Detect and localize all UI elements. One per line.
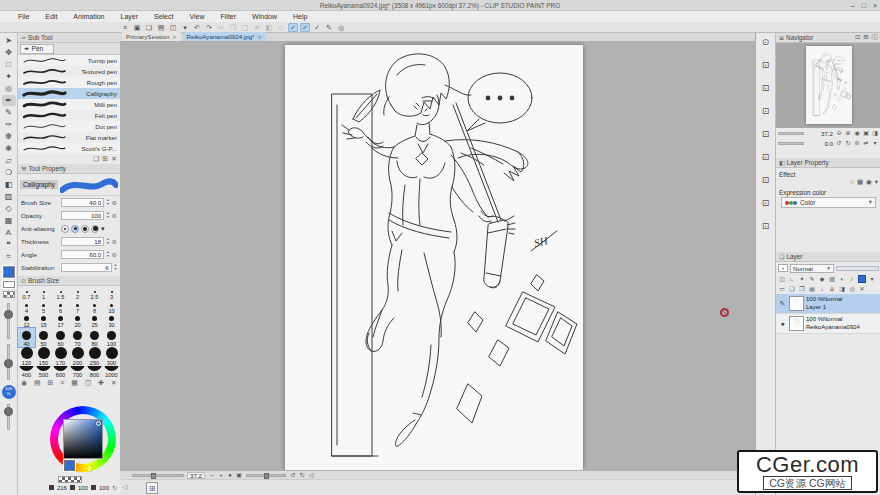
tool-property-panel-header[interactable]: ⚒ Tool Property <box>18 164 120 174</box>
navigator-zoom-slider[interactable] <box>778 132 804 135</box>
lock-layer-icon[interactable]: ◆ <box>818 275 826 283</box>
info-icon[interactable]: ⓘ <box>872 34 878 40</box>
brush-size-80[interactable]: 80 <box>86 328 103 347</box>
redo-icon[interactable]: ↷ <box>204 23 214 32</box>
brush-size-300[interactable]: 300 <box>103 347 120 366</box>
zoom-100-button[interactable]: ● <box>226 472 234 478</box>
flip-horizontal-icon[interactable]: ⇄ <box>862 139 870 147</box>
property-value[interactable]: 40.0 <box>61 198 104 207</box>
property-value[interactable]: 100 <box>61 211 104 220</box>
brush-size-100[interactable]: 100 <box>103 328 120 347</box>
gradient-tool-icon[interactable]: ▨ <box>2 191 16 202</box>
maximize-button[interactable]: □ <box>862 2 866 9</box>
brush-size-25[interactable]: 25 <box>86 314 103 328</box>
material-3d-icon[interactable]: ⊡ <box>759 151 773 163</box>
brush-size-7[interactable]: 7 <box>69 300 86 314</box>
palette-dock-toggle-icon[interactable]: ▣ <box>132 23 142 32</box>
property-settings-icon[interactable]: ⚙ <box>112 239 117 245</box>
frame-border-tool-icon[interactable]: ▦ <box>2 215 16 226</box>
color-reset-icon[interactable]: ↻ <box>112 484 117 491</box>
draft-layer-icon[interactable]: ✎ <box>808 275 816 283</box>
blend-mode-dropdown[interactable]: Normal ▼ <box>790 264 834 273</box>
layer-panel-header[interactable]: ❏ Layer <box>776 252 880 262</box>
brush-size-10[interactable]: 10 <box>103 300 120 314</box>
fit-to-width-icon[interactable]: ◨ <box>871 129 879 137</box>
brush-size-1.5[interactable]: 1.5 <box>52 286 69 300</box>
snap-to-grid-icon[interactable]: ✓ <box>312 23 322 32</box>
copy-icon[interactable]: ❐ <box>228 23 238 32</box>
menu-animation[interactable]: Animation <box>65 13 112 20</box>
material-primitive-icon[interactable]: ⊡ <box>759 197 773 209</box>
brush-size-17[interactable]: 17 <box>52 314 69 328</box>
brush-size-600[interactable]: 600 <box>52 366 69 378</box>
tool-opacity-slider[interactable] <box>7 344 10 380</box>
menu-layer[interactable]: Layer <box>112 13 146 20</box>
menu-window[interactable]: Window <box>244 13 285 20</box>
menu-help[interactable]: Help <box>285 13 315 20</box>
open-file-icon[interactable]: ▤ <box>156 23 166 32</box>
quick-access-panel-icon[interactable]: ⊙ <box>759 36 773 48</box>
property-settings-icon[interactable]: ⚙ <box>112 252 117 258</box>
fit-to-screen-icon[interactable]: ▣ <box>862 129 870 137</box>
rotate-cw-button[interactable]: ↻ <box>298 472 306 478</box>
main-menu-icon[interactable]: ≡ <box>120 23 130 32</box>
eyedropper-tool-icon[interactable]: ◎ <box>2 83 16 94</box>
sv-cursor-icon[interactable] <box>96 421 101 426</box>
title-bar[interactable]: ReikoAyanama0924.jpg* (3508 x 4961px 600… <box>0 0 880 11</box>
sort-icon[interactable]: ≡ <box>60 379 64 386</box>
add-size-icon[interactable]: ✚ <box>98 379 104 386</box>
new-file-icon[interactable]: ❏ <box>144 23 154 32</box>
transparent-color-swatch[interactable] <box>3 291 15 298</box>
navigator-rotate-slider[interactable] <box>778 142 804 145</box>
editing-pen-icon[interactable]: ✎ <box>778 300 787 307</box>
pen-tool-icon[interactable]: ✒ <box>2 95 16 106</box>
sub-view-tab-icon[interactable]: ⊡ <box>855 34 860 40</box>
brush-size-5[interactable]: 5 <box>35 300 52 314</box>
expression-color-dropdown[interactable]: Color ▾ <box>781 197 876 208</box>
enable-mask-icon[interactable]: ◐ <box>838 275 846 283</box>
navigator-menu-icon[interactable]: ▾ <box>871 139 879 147</box>
sub-color-swatch[interactable] <box>3 281 15 288</box>
clip-to-layer-below-icon[interactable]: ∟ <box>788 275 796 283</box>
menu-edit[interactable]: Edit <box>37 13 65 20</box>
delete-layer-icon[interactable]: ✕ <box>858 285 866 293</box>
ruler-pen-icon[interactable]: ✎ <box>324 23 334 32</box>
create-mask-icon[interactable]: ◨ <box>838 285 846 293</box>
brush-size-150[interactable]: 150 <box>35 347 52 366</box>
figure-tool-icon[interactable]: ◇ <box>2 203 16 214</box>
property-spinner[interactable]: ▲▼ <box>106 212 109 219</box>
canvas-zoom-slider[interactable] <box>132 474 184 477</box>
rotate-view-icon[interactable]: ◎ <box>336 23 346 32</box>
brush-size-60[interactable]: 60 <box>52 328 69 347</box>
lock-transparent-pixels-icon[interactable]: ▨ <box>828 275 836 283</box>
sub-tool-item-flat-marker[interactable]: Flat marker <box>18 132 120 143</box>
new-vector-layer-icon[interactable]: ❐ <box>798 285 806 293</box>
brush-size-12[interactable]: 12 <box>18 314 35 328</box>
new-raster-layer-icon[interactable]: ❏ <box>788 285 796 293</box>
brush-size-120[interactable]: 120 <box>18 347 35 366</box>
canvas-page[interactable] <box>285 45 583 470</box>
brush-size-panel-header[interactable]: ⊙ Brush Size <box>18 276 120 286</box>
property-settings-icon[interactable]: ⚙ <box>112 213 117 219</box>
zoom-in-icon[interactable]: ⊕ <box>844 129 852 137</box>
anti-aliasing-level-3[interactable] <box>91 225 99 233</box>
snap-to-ruler-icon[interactable]: ✓ <box>288 23 298 32</box>
material-color-pattern-icon[interactable]: ⊡ <box>759 59 773 71</box>
move-layer-tool-icon[interactable]: ✥ <box>2 47 16 58</box>
property-spinner[interactable]: ▲▼ <box>114 264 117 271</box>
sub-tool-item-textured-pen[interactable]: Textured pen <box>18 66 120 77</box>
brush-size-20[interactable]: 20 <box>69 314 86 328</box>
tab-close-icon[interactable]: ✕ <box>258 34 262 40</box>
cut-icon[interactable]: ✂ <box>216 23 226 32</box>
delete-icon[interactable]: ✕ <box>252 23 262 32</box>
layer-visible-eye-icon[interactable]: ● <box>778 320 787 327</box>
foreground-color-chip[interactable] <box>64 460 75 471</box>
navigator-preview[interactable] <box>776 43 880 128</box>
sub-tool-item-rough-pen[interactable]: Rough pen <box>18 77 120 88</box>
zoom-100-icon[interactable]: ◉ <box>853 129 861 137</box>
anti-aliasing-level-0[interactable] <box>61 225 69 233</box>
brush-size-170[interactable]: 170 <box>52 347 69 366</box>
change-panel-icon[interactable]: ◫ <box>778 275 786 283</box>
save-file-icon[interactable]: ◫ <box>168 23 178 32</box>
material-manga-material-icon[interactable]: ⊡ <box>759 105 773 117</box>
